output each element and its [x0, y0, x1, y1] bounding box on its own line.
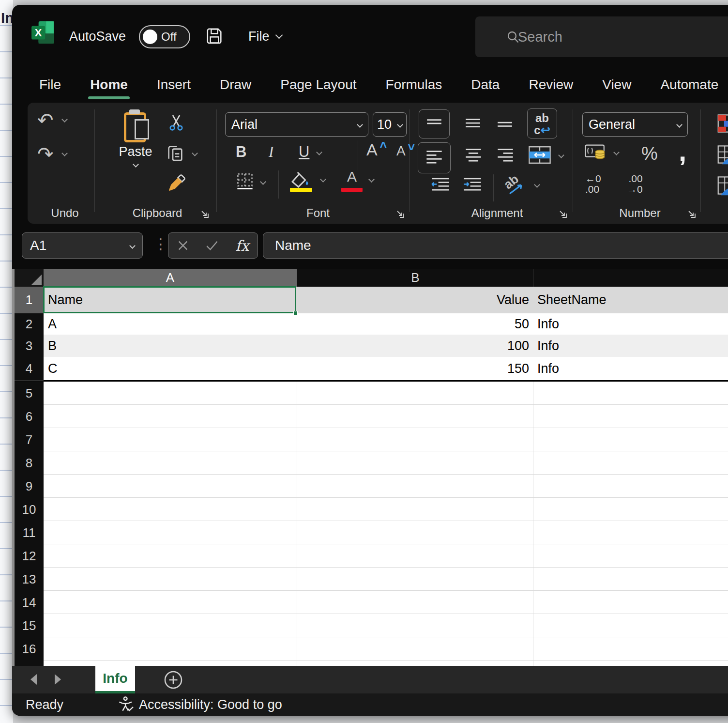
wrap-text-button[interactable]: ab c↩ — [527, 108, 557, 138]
cell-A2[interactable]: A — [44, 313, 297, 335]
clipboard-dialog-launcher[interactable] — [200, 209, 210, 219]
font-name-combo[interactable]: Arial — [225, 112, 368, 137]
cell-C4[interactable]: Info — [533, 357, 728, 380]
row-header-4[interactable]: 4 — [15, 357, 44, 381]
bold-button[interactable]: B — [236, 143, 246, 161]
sheet-nav-left[interactable] — [30, 674, 37, 685]
ribbon-tab-home[interactable]: Home — [88, 77, 130, 92]
row-header-16[interactable]: 16 — [15, 637, 44, 661]
font-dialog-launcher[interactable] — [395, 209, 405, 219]
grid-row[interactable] — [44, 568, 728, 591]
decrease-decimal-button[interactable]: .00 →0 — [627, 173, 643, 195]
row-header-3[interactable]: 3 — [15, 335, 44, 357]
accessibility-status[interactable]: Accessibility: Good to go — [139, 697, 282, 712]
cell-B2[interactable]: 50 — [297, 313, 533, 335]
undo-button[interactable]: ↶ — [37, 110, 67, 130]
chevron-down-icon[interactable] — [534, 182, 540, 188]
ribbon-tab-insert[interactable]: Insert — [155, 77, 193, 92]
cell-A4[interactable]: C — [44, 357, 297, 380]
cell-B4[interactable]: 150 — [297, 357, 533, 380]
row-header-6[interactable]: 6 — [15, 405, 44, 429]
row-header-14[interactable]: 14 — [15, 591, 44, 615]
column-header-c[interactable] — [533, 269, 728, 287]
cell-B3[interactable]: 100 — [297, 335, 533, 357]
ribbon-tab-draw[interactable]: Draw — [218, 77, 253, 92]
grid-row[interactable] — [44, 521, 728, 544]
search-box[interactable] — [475, 16, 728, 57]
grid-row[interactable]: A50Info — [44, 313, 728, 335]
cancel-icon[interactable] — [177, 240, 189, 251]
grid-row[interactable] — [44, 614, 728, 637]
format-painter-button[interactable] — [167, 173, 186, 195]
row-header-15[interactable]: 15 — [15, 614, 44, 638]
cell-C3[interactable]: Info — [533, 335, 728, 357]
sheet-nav-right[interactable] — [55, 674, 61, 685]
alignment-dialog-launcher[interactable] — [558, 209, 568, 219]
row-header-11[interactable]: 11 — [15, 521, 44, 545]
font-size-combo[interactable]: 10 — [373, 112, 407, 137]
underline-button[interactable]: U — [299, 143, 321, 161]
file-menu[interactable]: File — [248, 29, 282, 44]
align-center-button[interactable] — [464, 147, 483, 167]
add-sheet-button[interactable] — [163, 670, 183, 690]
search-input[interactable] — [517, 29, 664, 46]
italic-button[interactable]: I — [269, 143, 273, 161]
insert-function-icon[interactable]: fx — [235, 237, 249, 254]
grid-row[interactable] — [44, 428, 728, 451]
autosave-toggle[interactable]: Off — [139, 25, 190, 48]
conditional-formatting-icon[interactable] — [717, 113, 728, 134]
save-icon[interactable] — [205, 26, 224, 46]
grid-row[interactable] — [44, 475, 728, 498]
chevron-down-icon[interactable] — [317, 149, 323, 155]
chevron-down-icon[interactable] — [192, 150, 198, 156]
chevron-down-icon[interactable] — [368, 176, 375, 183]
ribbon-tab-page-layout[interactable]: Page Layout — [278, 77, 358, 92]
align-left-button[interactable] — [418, 142, 451, 173]
grid-row[interactable] — [44, 498, 728, 521]
ribbon-tab-automate[interactable]: Automate — [658, 77, 720, 92]
cell-C1[interactable]: SheetName — [533, 287, 728, 313]
grid-row[interactable] — [44, 544, 728, 568]
comma-style-button[interactable]: , — [679, 135, 686, 167]
enter-check-icon[interactable] — [206, 240, 218, 251]
borders-button[interactable] — [236, 172, 265, 191]
row-header-5[interactable]: 5 — [15, 382, 44, 405]
select-all-corner[interactable] — [15, 269, 44, 287]
chevron-down-icon[interactable] — [61, 150, 68, 156]
grid-row[interactable] — [44, 405, 728, 428]
copy-button[interactable] — [166, 143, 197, 163]
ribbon-tab-review[interactable]: Review — [527, 77, 575, 92]
cell-B1[interactable]: Value — [297, 287, 533, 313]
decrease-font-button[interactable]: A ˅ — [396, 143, 415, 159]
row-header-13[interactable]: 13 — [15, 568, 44, 591]
grid-row[interactable]: C150Info — [44, 357, 728, 380]
currency-format-button[interactable] — [584, 143, 619, 161]
selection-fill-handle[interactable] — [293, 311, 298, 315]
column-header-A[interactable]: A — [44, 269, 297, 287]
name-box[interactable]: A1 — [22, 232, 143, 259]
grid-row[interactable] — [44, 591, 728, 614]
number-dialog-launcher[interactable] — [687, 209, 697, 219]
row-header-1[interactable]: 1 — [15, 287, 44, 314]
orientation-button[interactable]: ab — [503, 173, 539, 196]
font-color-button[interactable]: A — [341, 169, 374, 185]
redo-button[interactable]: ↷ — [37, 144, 67, 164]
grid-row[interactable] — [44, 451, 728, 475]
format-as-table-icon[interactable] — [717, 144, 728, 165]
formula-input[interactable]: Name — [263, 232, 728, 259]
align-right-button[interactable] — [496, 147, 515, 167]
grid-row[interactable] — [44, 637, 728, 661]
row-header-9[interactable]: 9 — [15, 475, 44, 498]
decrease-indent-button[interactable] — [430, 176, 451, 195]
grid-row[interactable] — [44, 382, 728, 405]
column-header-B[interactable]: B — [297, 269, 533, 287]
row-header-12[interactable]: 12 — [15, 544, 44, 568]
ribbon-tab-file[interactable]: File — [37, 77, 63, 92]
percent-style-button[interactable]: % — [641, 143, 658, 164]
increase-indent-button[interactable] — [462, 176, 483, 195]
chevron-down-icon[interactable] — [558, 152, 564, 158]
row-header-10[interactable]: 10 — [15, 498, 44, 522]
chevron-down-icon[interactable] — [320, 176, 326, 183]
paste-button[interactable]: Paste — [114, 110, 157, 169]
align-bottom-button[interactable] — [496, 115, 514, 131]
